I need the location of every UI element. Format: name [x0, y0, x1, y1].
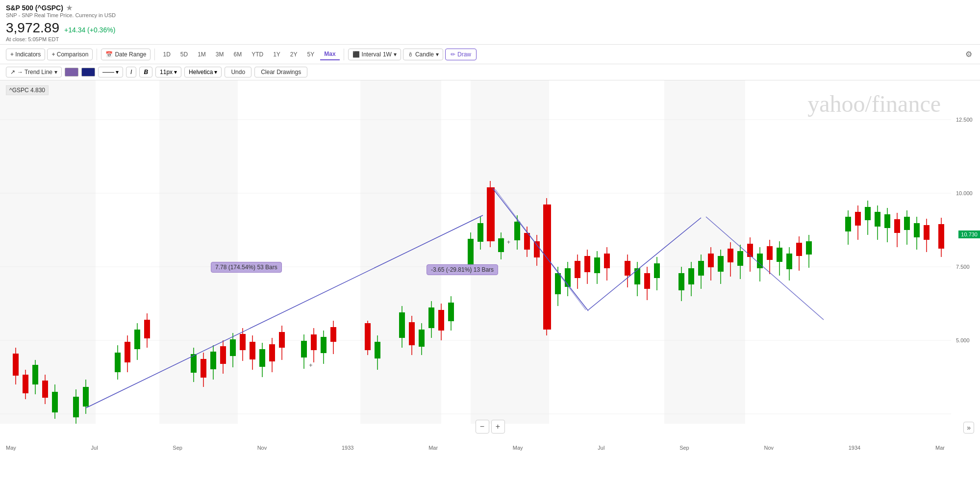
svg-rect-53: [269, 344, 275, 361]
trend-chevron: ▾: [54, 69, 57, 76]
interval-label: Interval: [362, 51, 381, 58]
period-5d[interactable]: 5D: [176, 49, 192, 60]
period-ytd[interactable]: YTD: [248, 49, 267, 60]
main-toolbar: + Indicators + Comparison 📅 Date Range 1…: [0, 45, 980, 64]
x-label-may2: May: [513, 445, 523, 451]
stock-time: At close: 5:05PM EDT: [6, 36, 974, 42]
interval-button[interactable]: ⬛ Interval 1W ▾: [348, 49, 401, 60]
date-range-button[interactable]: 📅 Date Range: [101, 49, 151, 60]
svg-rect-138: [777, 248, 782, 262]
svg-rect-156: [894, 219, 900, 233]
svg-rect-148: [855, 212, 861, 226]
period-5y[interactable]: 5Y: [303, 49, 319, 60]
period-1m[interactable]: 1M: [194, 49, 210, 60]
svg-rect-17: [23, 375, 28, 393]
svg-rect-49: [250, 342, 255, 359]
font-family-button[interactable]: Helvetica ▾: [184, 67, 222, 77]
svg-rect-79: [448, 303, 454, 321]
zoom-out-button[interactable]: −: [476, 420, 489, 434]
clear-drawings-button[interactable]: Clear Drawings: [254, 67, 307, 77]
font-family-chevron: ▾: [214, 69, 217, 76]
svg-rect-71: [409, 322, 415, 345]
toolbar-separator-2: [154, 49, 155, 60]
candle-chevron: ▾: [436, 51, 439, 58]
drawing-toolbar: ↗ → Trend Line ▾ —— ▾ I B 11px ▾ Helveti…: [0, 64, 980, 80]
font-size-value: 11px: [160, 69, 173, 76]
current-price-label: 10.730: [958, 230, 980, 238]
period-1y[interactable]: 1Y: [269, 49, 284, 60]
svg-rect-83: [477, 223, 483, 242]
svg-rect-144: [806, 241, 812, 255]
font-size-button[interactable]: 11px ▾: [155, 67, 181, 77]
chart-container: ^GSPC 4.830 yahoo/finance 7.78 (174.54%)…: [0, 80, 980, 453]
draw-label: Draw: [457, 51, 471, 58]
svg-rect-47: [240, 334, 246, 350]
svg-rect-150: [865, 207, 871, 220]
calendar-icon: 📅: [105, 51, 113, 58]
svg-rect-94: [534, 241, 540, 257]
draw-button[interactable]: ✏ Draw: [445, 49, 477, 60]
line-style-button[interactable]: —— ▾: [98, 67, 123, 77]
svg-rect-27: [83, 387, 89, 407]
stock-change: +14.34 (+0.36%): [64, 26, 115, 34]
svg-text:7.500: 7.500: [956, 264, 970, 270]
toolbar-separator-3: [344, 49, 344, 60]
period-2y[interactable]: 2Y: [286, 49, 302, 60]
svg-text:12.500: 12.500: [956, 117, 973, 123]
svg-rect-65: [365, 323, 371, 350]
svg-rect-158: [904, 217, 910, 230]
svg-rect-25: [73, 397, 79, 417]
indicators-button[interactable]: + Indicators: [6, 49, 45, 60]
svg-rect-110: [625, 261, 630, 276]
candle-icon: 🕯: [407, 51, 413, 58]
trend-line-button[interactable]: ↗ → Trend Line ▾: [6, 67, 62, 77]
svg-rect-142: [796, 243, 802, 256]
candle-button[interactable]: 🕯 Candle ▾: [403, 49, 443, 60]
svg-rect-1: [159, 80, 238, 424]
italic-button[interactable]: I: [126, 67, 136, 77]
expand-button[interactable]: »: [963, 422, 974, 434]
svg-rect-21: [42, 381, 48, 398]
svg-rect-31: [125, 342, 130, 362]
undo-button[interactable]: Undo: [225, 67, 251, 77]
svg-rect-61: [321, 337, 327, 353]
comparison-button[interactable]: + Comparison: [47, 49, 93, 60]
svg-rect-41: [210, 352, 216, 369]
svg-rect-69: [399, 312, 405, 338]
period-3m[interactable]: 3M: [212, 49, 228, 60]
stock-price: 3,972.89: [6, 20, 59, 36]
date-range-label: Date Range: [115, 51, 146, 58]
favorite-star[interactable]: ★: [66, 4, 73, 12]
x-label-jul2: Jul: [598, 445, 604, 451]
svg-rect-116: [654, 263, 660, 278]
candlestick-chart: 12.500 10.000 7.500 5.000: [0, 80, 980, 424]
chart-ticker-label: ^GSPC 4.830: [6, 85, 49, 95]
header: S&P 500 (^GSPC) ★ SNP - SNP Real Time Pr…: [0, 0, 980, 45]
svg-rect-108: [604, 254, 610, 268]
stock-name-row: S&P 500 (^GSPC) ★: [6, 4, 974, 12]
svg-rect-164: [938, 224, 944, 249]
svg-text:+: +: [309, 361, 313, 369]
zoom-in-button[interactable]: +: [491, 420, 505, 434]
svg-rect-152: [875, 212, 880, 227]
bold-button[interactable]: B: [139, 67, 152, 77]
x-label-nov2: Nov: [764, 445, 774, 451]
svg-rect-51: [259, 349, 265, 367]
x-label-sep2: Sep: [679, 445, 689, 451]
svg-text:+: +: [501, 236, 504, 243]
svg-rect-59: [311, 334, 317, 350]
x-label-mar2: Mar: [935, 445, 945, 451]
color-swatch-2[interactable]: [81, 68, 95, 77]
period-6m[interactable]: 6M: [230, 49, 246, 60]
line-style-chevron: ▾: [116, 69, 119, 76]
settings-button[interactable]: ⚙: [963, 48, 974, 61]
svg-rect-146: [845, 217, 851, 231]
x-label-jul1: Jul: [91, 445, 98, 451]
period-1d[interactable]: 1D: [159, 49, 174, 60]
period-max[interactable]: Max: [320, 49, 339, 60]
svg-rect-2: [360, 80, 441, 424]
stock-ticker: S&P 500 (^GSPC): [6, 4, 63, 12]
svg-rect-98: [555, 273, 561, 294]
color-swatch-1[interactable]: [65, 68, 78, 77]
svg-rect-126: [718, 256, 724, 272]
